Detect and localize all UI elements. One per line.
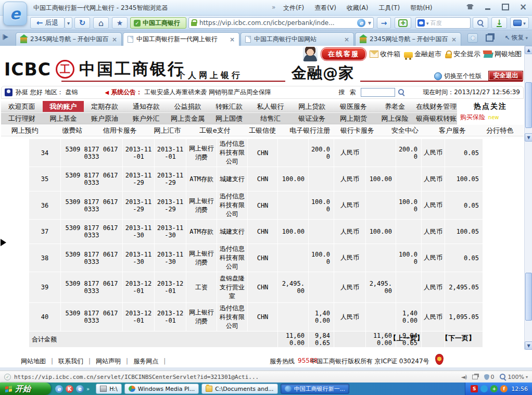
nav-item[interactable]: 银行卡服务 bbox=[334, 125, 381, 136]
zoom-control[interactable]: 100% bbox=[500, 374, 528, 380]
nav-item[interactable]: 欢迎页面 bbox=[1, 101, 43, 112]
menu-item[interactable]: 查看(V) bbox=[314, 4, 336, 12]
scroll-down-arrow[interactable] bbox=[525, 133, 532, 142]
tray-s-icon[interactable] bbox=[471, 385, 478, 392]
nav-item[interactable]: 网上贷款 bbox=[291, 101, 333, 112]
nav-item[interactable]: 私人银行 bbox=[250, 101, 292, 112]
quick-link-bank-map[interactable]: 网银地图 bbox=[484, 49, 522, 59]
nav-item[interactable]: 工银e支付 bbox=[191, 125, 238, 136]
buy-insurance-link[interactable]: 购买保险 bbox=[460, 113, 485, 121]
address-url[interactable]: https://vip.icbc.com.cn/icbc/perbank/ind… bbox=[199, 19, 354, 27]
nav-item[interactable]: 转账汇款 bbox=[208, 101, 250, 112]
download-button[interactable] bbox=[491, 17, 507, 29]
skin-icon[interactable] bbox=[465, 3, 475, 11]
menu-item[interactable]: 工具(T) bbox=[378, 4, 400, 12]
browser-tab[interactable]: 中国工商银行中国网站 bbox=[240, 32, 354, 46]
quick-link-inbox[interactable]: 收件箱 bbox=[370, 49, 400, 59]
inner-scroll-down-arrow[interactable] bbox=[525, 341, 532, 350]
browser-logo-icon[interactable] bbox=[3, 2, 27, 26]
tab-close-icon[interactable] bbox=[230, 36, 235, 43]
home-button[interactable] bbox=[93, 17, 109, 29]
back-history-dropdown[interactable] bbox=[65, 17, 72, 29]
site-identity-badge[interactable]: 中国工商银行 bbox=[130, 17, 186, 29]
close-button[interactable] bbox=[518, 3, 528, 11]
online-service-button[interactable]: 在线客服 bbox=[321, 48, 366, 60]
nav-item[interactable]: 缴费站 bbox=[48, 125, 96, 136]
tray-orange-icon[interactable] bbox=[500, 385, 508, 392]
speaker-mute-icon[interactable] bbox=[461, 374, 467, 380]
switch-version-link[interactable]: 切换至个性版 bbox=[434, 72, 482, 81]
menu-item[interactable]: 文件(F) bbox=[283, 4, 304, 12]
expand-panel-arrow[interactable] bbox=[1, 239, 6, 246]
nav-item[interactable]: 在线财务管理 bbox=[415, 101, 457, 112]
forward-button[interactable] bbox=[377, 17, 391, 29]
blocked-items-indicator[interactable]: 0 bbox=[484, 374, 495, 380]
taskbar-button[interactable]: 中国工商银行新一... bbox=[281, 384, 350, 394]
nav-item[interactable]: 网上国债 bbox=[208, 113, 250, 124]
screenshot-dropdown-icon[interactable] bbox=[523, 19, 526, 27]
web-search-box[interactable] bbox=[415, 17, 471, 29]
nav-item[interactable]: 网上贵金属 bbox=[167, 113, 209, 124]
nav-item[interactable]: 网上期货 bbox=[333, 113, 374, 124]
tile-tabs-button[interactable] bbox=[484, 33, 495, 43]
nav-item[interactable]: 安全中心 bbox=[381, 125, 428, 136]
minimize-button[interactable] bbox=[483, 3, 492, 11]
prev-page-link[interactable]: 【上一页】 bbox=[389, 334, 423, 342]
nav-item[interactable]: 工行理财 bbox=[1, 113, 43, 124]
browser-tab[interactable]: 中国工商银行新一代网上银行 bbox=[123, 32, 239, 46]
web-search-input[interactable] bbox=[430, 20, 468, 26]
nav-item[interactable]: 网上汇市 bbox=[144, 125, 191, 136]
menu-overflow-icon[interactable] bbox=[272, 4, 275, 11]
nav-item[interactable]: 信用卡服务 bbox=[96, 125, 144, 136]
maximize-button[interactable] bbox=[501, 3, 510, 11]
start-button[interactable]: 开始 bbox=[0, 383, 51, 395]
quick-link-finance-market[interactable]: 金融超市 bbox=[404, 49, 441, 59]
restore-tabs-button[interactable]: 恢复 bbox=[504, 33, 528, 42]
browser-tab[interactable]: 2345网址导航－开创中国百... bbox=[355, 32, 461, 46]
nav-item[interactable]: 客户服务 bbox=[428, 125, 476, 136]
inner-scrollbar-thumb[interactable] bbox=[525, 273, 532, 321]
refresh-button[interactable] bbox=[74, 17, 90, 29]
search-go-button[interactable] bbox=[473, 17, 488, 29]
quick-link-security-tip[interactable]: 安全提示 bbox=[445, 49, 480, 59]
ie-quicklaunch-icon[interactable] bbox=[55, 385, 63, 393]
nav-item[interactable]: 工银信使 bbox=[238, 125, 286, 136]
taskbar-button[interactable]: Windows Media Pl... bbox=[124, 384, 199, 394]
footer-link[interactable]: 网站地图 bbox=[21, 357, 58, 366]
footer-link[interactable]: 联系我们 bbox=[58, 357, 96, 366]
menu-item[interactable]: 收藏(A) bbox=[347, 4, 369, 12]
nav-item[interactable]: 结售汇 bbox=[250, 113, 292, 124]
nav-item[interactable]: 网上基金 bbox=[43, 113, 84, 124]
nav-item[interactable]: 分行特色 bbox=[476, 125, 524, 136]
next-page-link[interactable]: 【下一页】 bbox=[441, 334, 475, 342]
address-bar[interactable]: https://vip.icbc.com.cn/icbc/perbank/ind… bbox=[188, 17, 374, 29]
nav-item[interactable]: 网上预约 bbox=[1, 125, 48, 136]
sidebar-toggle-icon[interactable] bbox=[2, 33, 14, 43]
nav-item[interactable]: 账户原油 bbox=[84, 113, 125, 124]
site-search-input[interactable] bbox=[361, 88, 395, 97]
search-engine-dropdown-icon[interactable] bbox=[426, 19, 429, 27]
k-app-icon[interactable] bbox=[66, 385, 73, 393]
nav-item[interactable]: 网上保险 bbox=[374, 113, 416, 124]
window-mode-icon[interactable] bbox=[472, 375, 478, 379]
taskbar-button[interactable]: C:\Documents and... bbox=[201, 384, 278, 394]
nav-item[interactable]: 银医服务 bbox=[333, 101, 374, 112]
nav-item[interactable]: 我的账户 bbox=[43, 101, 84, 112]
tray-green-icon[interactable] bbox=[490, 385, 498, 392]
page-scrollbar[interactable] bbox=[524, 46, 532, 350]
tray-blue-icon[interactable] bbox=[480, 385, 488, 392]
nav-item[interactable]: 定期存款 bbox=[84, 101, 125, 112]
nav-item[interactable]: 账户外汇 bbox=[125, 113, 167, 124]
menu-item[interactable]: 帮助(H) bbox=[410, 4, 432, 12]
nav-item[interactable]: 通知存款 bbox=[125, 101, 167, 112]
tab-close-icon[interactable] bbox=[344, 36, 349, 43]
scroll-up-arrow[interactable] bbox=[525, 46, 532, 54]
quicklaunch-overflow-icon[interactable] bbox=[86, 386, 90, 392]
nav-item[interactable]: 电子银行注册 bbox=[286, 125, 334, 136]
nav-item[interactable]: 公益捐款 bbox=[167, 101, 209, 112]
nav-item[interactable]: 养老金 bbox=[374, 101, 416, 112]
safe-logout-button[interactable]: 安全退出 bbox=[488, 71, 523, 81]
taskbar-button[interactable]: H:\ bbox=[96, 384, 122, 394]
tab-close-icon[interactable] bbox=[451, 36, 457, 43]
new-tab-button[interactable] bbox=[467, 33, 478, 43]
